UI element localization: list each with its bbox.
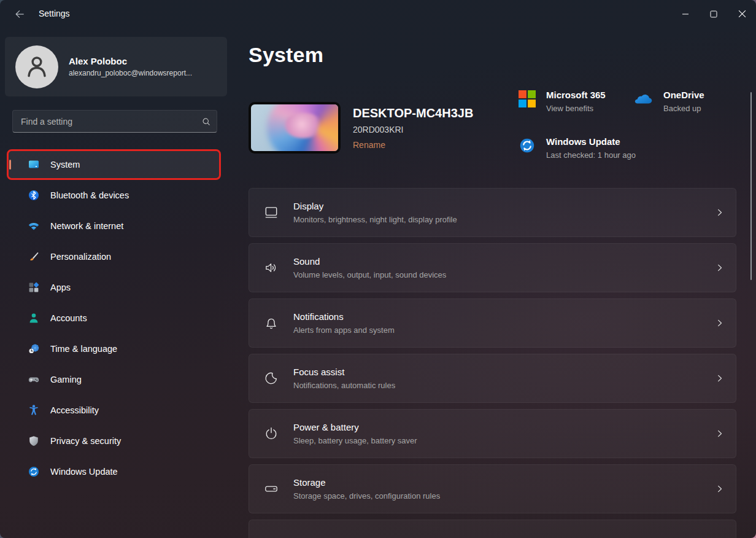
settings-row-text: Focus assistNotifications, automatic rul…	[293, 367, 700, 390]
sidebar-item-system[interactable]: System	[9, 151, 219, 178]
settings-row-display[interactable]: DisplayMonitors, brightness, night light…	[249, 188, 736, 237]
settings-row-focus-assist[interactable]: Focus assistNotifications, automatic rul…	[249, 354, 736, 403]
settings-row-nearby-sharing[interactable]: Nearby sharing	[249, 520, 736, 538]
sidebar-item-gaming[interactable]: Gaming	[9, 366, 219, 393]
sidebar-item-bluetooth-devices[interactable]: Bluetooth & devices	[9, 182, 219, 209]
sidebar-item-apps[interactable]: Apps	[9, 274, 219, 301]
status-card-windows-update[interactable]: Windows UpdateLast checked: 1 hour ago	[519, 136, 636, 160]
sidebar-item-label: Privacy & security	[50, 436, 121, 446]
chevron-right-icon	[714, 427, 726, 440]
status-text: Windows UpdateLast checked: 1 hour ago	[546, 136, 636, 160]
settings-row-text: SoundVolume levels, output, input, sound…	[293, 256, 700, 279]
settings-row-sound[interactable]: SoundVolume levels, output, input, sound…	[249, 243, 736, 292]
back-button[interactable]	[9, 6, 31, 25]
close-icon	[738, 9, 746, 20]
settings-row-subtitle: Storage space, drives, configuration rul…	[293, 491, 700, 501]
settings-row-title: Storage	[293, 477, 700, 488]
sidebar-item-label: Accessibility	[50, 405, 99, 415]
sidebar-item-network-internet[interactable]: Network & internet	[9, 212, 219, 240]
sidebar-item-label: Time & language	[50, 344, 117, 354]
settings-row-text: DisplayMonitors, brightness, night light…	[293, 201, 700, 224]
back-arrow-icon	[14, 8, 26, 23]
settings-row-subtitle: Alerts from apps and system	[293, 326, 700, 335]
minimize-button[interactable]	[671, 0, 700, 29]
gaming-icon	[28, 373, 40, 386]
status-title: Windows Update	[546, 136, 636, 147]
settings-row-subtitle: Sleep, battery usage, battery saver	[293, 436, 700, 445]
chevron-right-icon	[714, 317, 726, 329]
windows-update-icon	[28, 466, 40, 478]
status-card-microsoft-365[interactable]: Microsoft 365View benefits	[519, 90, 606, 113]
search-icon[interactable]	[196, 117, 217, 127]
device-wallpaper-thumbnail	[249, 102, 341, 154]
privacy-security-icon	[28, 435, 40, 447]
profile-text: Alex Poloboc alexandru_poloboc@windowsre…	[69, 56, 192, 78]
settings-window: Settings Alex Poloboc alexandru_poloboc@…	[0, 0, 756, 538]
chevron-right-icon	[714, 483, 726, 495]
display-icon	[263, 205, 279, 220]
accessibility-icon	[28, 404, 40, 416]
maximize-button[interactable]	[700, 0, 728, 29]
sidebar-item-windows-update[interactable]: Windows Update	[9, 458, 219, 485]
time-language-icon	[28, 343, 40, 355]
power-icon	[263, 426, 279, 442]
status-subtitle: Backed up	[663, 104, 704, 113]
sidebar-item-time-language[interactable]: Time & language	[9, 335, 219, 362]
sidebar-item-accessibility[interactable]: Accessibility	[9, 397, 219, 424]
settings-list: DisplayMonitors, brightness, night light…	[249, 188, 736, 538]
chevron-right-icon	[714, 262, 726, 274]
titlebar: Settings	[0, 0, 756, 29]
status-text: OneDriveBacked up	[663, 90, 704, 113]
settings-row-storage[interactable]: StorageStorage space, drives, configurat…	[249, 464, 736, 513]
sidebar-item-label: Personalization	[50, 252, 111, 262]
page-title: System	[249, 43, 323, 67]
sidebar-item-accounts[interactable]: Accounts	[9, 305, 219, 332]
chevron-right-icon	[714, 206, 726, 219]
apps-icon	[28, 281, 40, 294]
app-title: Settings	[39, 9, 70, 18]
settings-row-text: StorageStorage space, drives, configurat…	[293, 477, 700, 501]
search-input[interactable]	[13, 111, 196, 132]
search-box	[12, 110, 217, 133]
settings-row-title: Notifications	[293, 311, 700, 322]
close-button[interactable]	[728, 0, 756, 29]
sync-icon	[519, 137, 536, 154]
rename-link[interactable]: Rename	[353, 140, 385, 150]
settings-row-title: Sound	[293, 256, 700, 267]
status-card-onedrive[interactable]: OneDriveBacked up	[632, 90, 704, 113]
settings-row-text: NotificationsAlerts from apps and system	[293, 311, 700, 335]
notifications-icon	[263, 315, 279, 331]
person-icon	[24, 53, 50, 81]
device-model: 20RD003KRI	[353, 125, 473, 134]
settings-row-title: Power & battery	[293, 422, 700, 432]
status-title: OneDrive	[663, 90, 704, 100]
microsoft-logo	[519, 90, 536, 107]
settings-row-subtitle: Volume levels, output, input, sound devi…	[293, 270, 700, 279]
vertical-scrollbar[interactable]	[750, 92, 752, 280]
settings-row-text: Power & batterySleep, battery usage, bat…	[293, 422, 700, 445]
settings-row-title: Focus assist	[293, 367, 700, 377]
accounts-icon	[28, 312, 40, 324]
settings-row-power-battery[interactable]: Power & batterySleep, battery usage, bat…	[249, 409, 736, 458]
status-title: Microsoft 365	[546, 90, 606, 100]
settings-row-notifications[interactable]: NotificationsAlerts from apps and system	[249, 298, 736, 348]
status-subtitle: Last checked: 1 hour ago	[546, 150, 636, 160]
sidebar-item-personalization[interactable]: Personalization	[9, 243, 219, 270]
network-icon	[28, 220, 40, 232]
sidebar-item-label: Accounts	[50, 313, 87, 323]
focus-assist-icon	[263, 370, 279, 386]
sidebar-item-label: Network & internet	[50, 221, 123, 231]
maximize-icon	[710, 9, 717, 20]
profile-email: alexandru_poloboc@windowsreport...	[69, 69, 192, 77]
sidebar-nav: SystemBluetooth & devicesNetwork & inter…	[9, 151, 219, 489]
sidebar-item-label: Bluetooth & devices	[50, 190, 129, 200]
sidebar-item-privacy-security[interactable]: Privacy & security	[9, 427, 219, 454]
profile-name: Alex Poloboc	[69, 56, 192, 68]
settings-row-subtitle: Monitors, brightness, night light, displ…	[293, 215, 700, 224]
settings-row-title: Display	[293, 201, 700, 211]
personalization-icon	[28, 251, 40, 263]
settings-row-subtitle: Notifications, automatic rules	[293, 381, 700, 390]
minimize-icon	[682, 9, 689, 20]
storage-icon	[263, 481, 279, 497]
avatar	[15, 45, 58, 88]
